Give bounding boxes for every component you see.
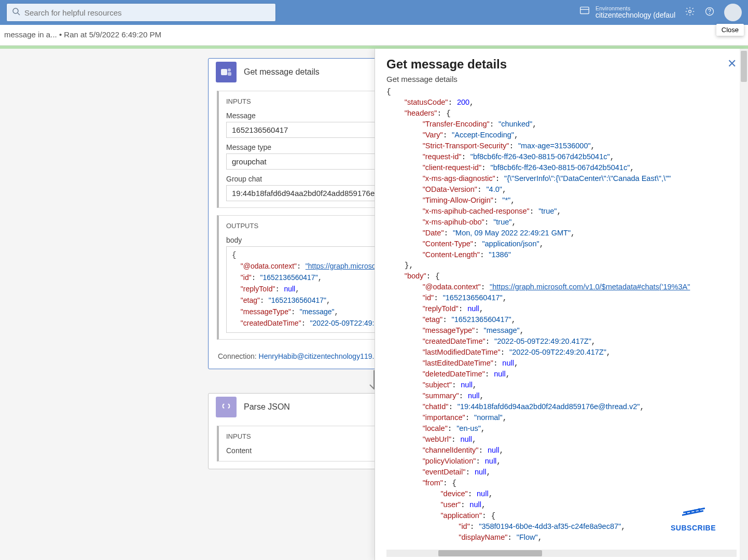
search-icon — [12, 7, 20, 18]
svg-rect-7 — [221, 69, 227, 75]
h-scroll-thumb[interactable] — [438, 550, 542, 556]
svg-rect-9 — [228, 72, 231, 76]
help-icon[interactable] — [704, 6, 715, 19]
inputs-label: INPUTS — [226, 432, 251, 440]
subscribe-label: SUBSCRIBE — [671, 524, 716, 532]
card-title: Get message details — [244, 67, 320, 77]
run-info-bar: message in a... • Ran at 5/9/2022 6:49:2… — [0, 25, 748, 46]
gear-icon[interactable] — [685, 6, 695, 19]
top-bar: Environments citizentechnology (defaul C… — [0, 0, 748, 25]
svg-point-6 — [709, 13, 710, 14]
teams-icon — [216, 62, 237, 82]
panel-title: Get message details — [386, 57, 507, 72]
svg-point-8 — [228, 68, 231, 72]
outputs-label: OUTPUTS — [226, 222, 258, 230]
topbar-right: Environments citizentechnology (defaul — [579, 0, 742, 25]
v-scroll-thumb[interactable] — [741, 51, 747, 82]
close-tooltip: Close — [716, 24, 744, 36]
environment-icon — [579, 5, 590, 19]
details-panel: Get message details ✕ Get message detail… — [375, 49, 748, 560]
panel-subtitle: Get message details — [375, 75, 748, 87]
panel-body[interactable]: { "statusCode": 200, "headers": { "Trans… — [386, 87, 741, 544]
close-icon[interactable]: ✕ — [727, 57, 737, 71]
code-icon — [216, 397, 237, 417]
avatar[interactable] — [724, 4, 742, 21]
environment-label: Environments — [595, 5, 675, 11]
outer-v-scrollbar[interactable] — [740, 49, 748, 560]
environment-name: citizentechnology (defaul — [595, 11, 675, 19]
panel-json[interactable]: { "statusCode": 200, "headers": { "Trans… — [386, 87, 733, 544]
svg-point-4 — [689, 10, 691, 12]
environment-picker[interactable]: Environments citizentechnology (defaul — [579, 5, 675, 19]
svg-point-0 — [13, 8, 18, 13]
search-box[interactable] — [6, 3, 276, 22]
main-area: Get message details INPUTS Show raw inp … — [0, 49, 748, 560]
card-title: Parse JSON — [244, 402, 290, 412]
svg-line-1 — [18, 13, 20, 15]
inputs-label: INPUTS — [226, 97, 251, 105]
subscribe-badge[interactable]: SUBSCRIBE — [671, 500, 716, 532]
panel-h-scrollbar[interactable] — [386, 550, 737, 557]
search-input[interactable] — [24, 8, 270, 17]
svg-rect-2 — [580, 7, 589, 14]
connection-label: Connection: — [218, 352, 257, 360]
